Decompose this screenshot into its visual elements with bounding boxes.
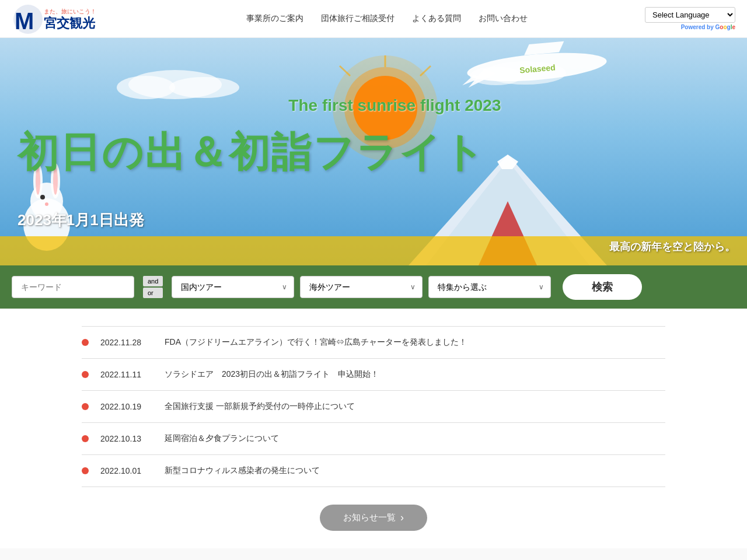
news-text[interactable]: 延岡宿泊＆夕食プランについて (165, 433, 279, 444)
news-dot (82, 371, 89, 378)
news-dot (82, 467, 89, 474)
feature-select-wrapper: 特集から選ぶ (428, 276, 551, 298)
news-date: 2022.11.28 (100, 338, 153, 347)
svg-point-12 (117, 76, 175, 99)
news-date: 2022.10.13 (100, 434, 153, 443)
svg-text:M: M (15, 8, 34, 34)
nav-contact[interactable]: お問い合わせ (479, 13, 528, 24)
news-item: 2022.10.13 延岡宿泊＆夕食プランについて (82, 423, 665, 455)
header-right: Select Language Powered by Google (645, 7, 735, 30)
search-button[interactable]: 検索 (563, 274, 642, 300)
svg-text:また、旅にいこう！: また、旅にいこう！ (44, 8, 96, 15)
news-more-button[interactable]: お知らせ一覧 (320, 505, 427, 531)
news-date: 2022.10.19 (100, 402, 153, 411)
hero-text-english: The first sunrise flight 2023 (288, 96, 501, 115)
and-button[interactable]: and (143, 276, 163, 286)
main-nav: 事業所のご案内 団体旅行ご相談受付 よくある質問 お問い合わせ (246, 13, 528, 24)
news-text[interactable]: 全国旅行支援 一部新規予約受付の一時停止について (165, 401, 355, 412)
news-date: 2022.10.01 (100, 466, 153, 475)
and-or-buttons: and or (143, 276, 163, 298)
news-item: 2022.11.28 FDA（フジドリームエアライン）で行く！宮崎⇔広島チャータ… (82, 326, 665, 359)
feature-select[interactable]: 特集から選ぶ (428, 276, 551, 298)
search-area: and or 国内ツアー 海外ツアー 特集から選ぶ 検索 (0, 265, 747, 309)
news-date: 2022.11.11 (100, 370, 153, 379)
bottom-section: 新型コロナウィルス感染予防のための弊社取り組みとお客様へのお願い (0, 548, 747, 560)
language-select[interactable]: Select Language (645, 7, 735, 23)
news-text[interactable]: ソラシドエア 2023初日の出＆初詣フライト 申込開始！ (165, 369, 379, 380)
news-dot (82, 435, 89, 442)
domestic-select-wrapper: 国内ツアー (172, 276, 294, 298)
hero-tagline: 最高の新年を空と陸から。 (609, 240, 735, 254)
hero-date: 2023年1月1日出発 (18, 210, 144, 230)
or-button[interactable]: or (143, 288, 163, 298)
nav-group-travel[interactable]: 団体旅行ご相談受付 (321, 13, 395, 24)
hero-text-japanese: 初日の出＆初詣フライト (18, 125, 486, 180)
more-btn-wrapper: お知らせ一覧 (0, 505, 747, 531)
news-dot (82, 339, 89, 346)
news-item: 2022.10.19 全国旅行支援 一部新規予約受付の一時停止について (82, 391, 665, 423)
nav-faq[interactable]: よくある質問 (412, 13, 461, 24)
news-section: 2022.11.28 FDA（フジドリームエアライン）で行く！宮崎⇔広島チャータ… (70, 326, 677, 487)
keyword-input[interactable] (12, 276, 134, 298)
header: M また、旅にいこう！ 宮交観光 事業所のご案内 団体旅行ご相談受付 よくある質… (0, 0, 747, 38)
news-dot (82, 403, 89, 410)
overseas-select[interactable]: 海外ツアー (300, 276, 423, 298)
svg-point-31 (40, 195, 45, 200)
nav-business[interactable]: 事業所のご案内 (246, 13, 303, 24)
svg-point-32 (45, 202, 48, 206)
overseas-select-wrapper: 海外ツアー (300, 276, 423, 298)
svg-text:宮交観光: 宮交観光 (44, 16, 96, 30)
news-item: 2022.10.01 新型コロナウィルス感染者の発生について (82, 455, 665, 487)
news-item: 2022.11.11 ソラシドエア 2023初日の出＆初詣フライト 申込開始！ (82, 359, 665, 391)
svg-point-13 (169, 77, 239, 98)
news-text[interactable]: 新型コロナウィルス感染者の発生について (165, 466, 320, 476)
powered-by-google: Powered by Google (681, 24, 735, 30)
logo[interactable]: M また、旅にいこう！ 宮交観光 (12, 3, 128, 35)
keyword-wrapper (12, 276, 134, 298)
news-text[interactable]: FDA（フジドリームエアライン）で行く！宮崎⇔広島チャーターを発表しました！ (165, 337, 467, 348)
hero-banner: Solaseed The first sunrise flight 2023 初… (0, 38, 747, 265)
domestic-select[interactable]: 国内ツアー (172, 276, 294, 298)
